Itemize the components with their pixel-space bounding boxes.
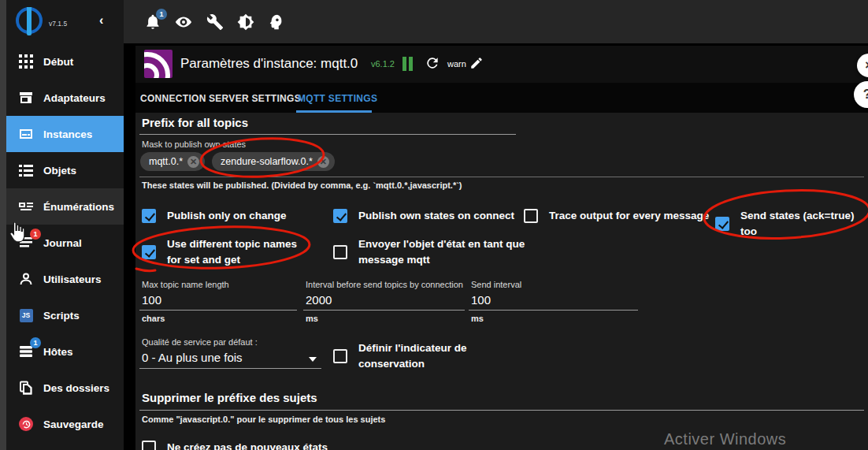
checkbox-box[interactable] <box>715 217 729 231</box>
checkbox-box[interactable] <box>142 245 156 259</box>
windows-activation-watermark: Activer Windows <box>664 430 786 448</box>
topbar: 1 <box>124 0 868 43</box>
sidebar-item-debut[interactable]: Début <box>6 43 124 80</box>
visibility-eye-icon[interactable] <box>175 13 192 31</box>
checkbox-box[interactable] <box>142 209 156 223</box>
sidebar: v7.1.5 ‹ Début Adaptateurs Instance <box>6 0 124 450</box>
sidebar-item-adaptateurs[interactable]: Adaptateurs <box>6 80 124 116</box>
checkbox-different-topic-names[interactable]: Use different topic names for set and ge… <box>142 236 313 267</box>
remove-prefix-field-label[interactable]: Supprimer le préfixe des sujets <box>142 391 317 404</box>
interval-input[interactable]: 2000 <box>306 293 332 307</box>
checkbox-publish-only-on-change[interactable]: Publish only on change <box>142 208 287 224</box>
chip-delete-icon[interactable]: ✕ <box>317 156 329 168</box>
instance-settings-dialog: Paramètres d'instance: mqtt.0 v6.1.2 war… <box>135 46 868 450</box>
checkbox-publish-own-states[interactable]: Publish own states on connect <box>333 208 514 224</box>
hotes-badge: 1 <box>30 337 41 348</box>
window-edge-strip <box>0 0 6 450</box>
chip-zendure-solarflow[interactable]: zendure-solarflow.0.* ✕ <box>212 152 335 171</box>
checkbox-box[interactable] <box>524 209 538 223</box>
remove-prefix-help: Comme "javascript.0." pour le supprimer … <box>142 415 385 424</box>
sidebar-item-instances[interactable]: Instances <box>6 116 124 152</box>
app-version: v7.1.5 <box>49 20 67 28</box>
journal-badge: 1 <box>30 229 41 240</box>
mask-chips-input[interactable]: mqtt.0.* ✕ zendure-solarflow.0.* ✕ <box>140 152 335 171</box>
store-icon <box>17 89 35 106</box>
mask-publish-label: Mask to publish own states <box>142 139 246 149</box>
sidebar-collapse-icon[interactable]: ‹ <box>99 13 103 28</box>
checkbox-retain-flag[interactable]: Définir l'indicateur de conservation <box>333 340 508 371</box>
checkbox-send-states-ack[interactable]: Send states (ack=true) too <box>715 208 862 239</box>
dropdown-arrow-icon[interactable] <box>309 357 317 362</box>
bell-badge: 1 <box>156 9 167 20</box>
tab-connection[interactable]: CONNECTION <box>140 93 206 104</box>
max-topic-length-input[interactable]: 100 <box>142 293 161 307</box>
dialog-tabs: CONNECTION SERVER SETTINGS MQTT SETTINGS <box>135 83 868 113</box>
prefix-input-underline[interactable] <box>139 134 516 135</box>
edit-pencil-icon[interactable] <box>469 56 484 70</box>
chip-delete-icon[interactable]: ✕ <box>187 156 199 168</box>
checkbox-box[interactable] <box>142 441 156 450</box>
theme-brightness-icon[interactable] <box>237 13 254 31</box>
checkbox-send-state-object[interactable]: Envoyer l'objet d'état en tant que messa… <box>333 236 530 267</box>
dialog-title: Paramètres d'instance: mqtt.0 <box>180 56 358 72</box>
remove-prefix-underline[interactable] <box>139 410 864 411</box>
instances-icon <box>17 125 35 143</box>
prefix-topics-field-label[interactable]: Prefix for all topics <box>142 116 248 129</box>
dialog-content: Prefix for all topics Mask to publish ow… <box>135 113 868 450</box>
sidebar-header: v7.1.5 ‹ <box>6 0 124 43</box>
checkbox-trace-output[interactable]: Trace output for every message <box>524 208 709 224</box>
javascript-icon: JS <box>17 307 35 324</box>
mask-help-text: These states will be published. (Divided… <box>142 180 462 190</box>
checkbox-zone: Publish only on change Publish own state… <box>142 206 862 277</box>
list-icon <box>17 162 35 179</box>
expert-mode-head-icon[interactable] <box>268 13 285 31</box>
mqtt-adapter-icon <box>144 50 172 78</box>
numeric-fields-row: Max topic name length 100 chars Interval… <box>142 278 862 325</box>
user-icon <box>17 270 35 288</box>
sidebar-menu: Début Adaptateurs Instances Objets <box>6 43 124 442</box>
files-icon <box>17 379 35 396</box>
tab-server-settings[interactable]: SERVER SETTINGS <box>209 93 301 104</box>
sidebar-item-objets[interactable]: Objets <box>6 152 124 188</box>
sidebar-item-journal[interactable]: 1 Journal <box>6 225 124 261</box>
qos-selected-value: 0 - Au plus une fois <box>142 351 243 364</box>
qos-row: Qualité de service par défaut : 0 - Au p… <box>142 337 862 385</box>
host-icon: 1 <box>17 343 35 360</box>
checkbox-box[interactable] <box>333 209 347 223</box>
grid-icon <box>17 53 35 70</box>
enum-icon <box>17 198 35 215</box>
backup-icon <box>17 415 35 433</box>
send-interval-input[interactable]: 100 <box>471 293 491 307</box>
sidebar-item-hotes[interactable]: 1 Hôtes <box>6 333 124 370</box>
app-window: v7.1.5 ‹ Début Adaptateurs Instance <box>0 0 868 450</box>
log-level-label: warn <box>447 59 466 69</box>
sidebar-item-scripts[interactable]: JS Scripts <box>6 297 124 333</box>
restart-instance-icon[interactable] <box>425 55 440 71</box>
tab-mqtt-settings[interactable]: MQTT SETTINGS <box>298 93 377 104</box>
mask-input-underline <box>139 177 864 177</box>
sidebar-item-des-dossiers[interactable]: Des dossiers <box>6 370 124 406</box>
sidebar-item-sauvegarde[interactable]: Sauvegarde <box>6 406 124 442</box>
sidebar-item-utilisateurs[interactable]: Utilisateurs <box>6 261 124 297</box>
journal-icon: 1 <box>17 234 35 251</box>
chip-mqtt[interactable]: mqtt.0.* ✕ <box>140 152 205 171</box>
sidebar-item-enumerations[interactable]: Énumérations <box>6 188 124 225</box>
notifications-bell-icon[interactable]: 1 <box>144 13 161 31</box>
pause-instance-button[interactable] <box>402 57 414 71</box>
iobroker-logo <box>16 7 43 34</box>
wrench-icon[interactable] <box>206 13 224 31</box>
checkbox-box[interactable] <box>333 349 347 363</box>
checkbox-box[interactable] <box>333 245 347 259</box>
adapter-version: v6.1.2 <box>371 59 395 69</box>
checkbox-no-new-states[interactable]: Ne créez pas de nouveaux états <box>142 440 328 450</box>
main-area: 1 Paramètres d'instance: mqtt.0 v <box>124 0 868 450</box>
dialog-header: Paramètres d'instance: mqtt.0 v6.1.2 war… <box>135 46 868 83</box>
